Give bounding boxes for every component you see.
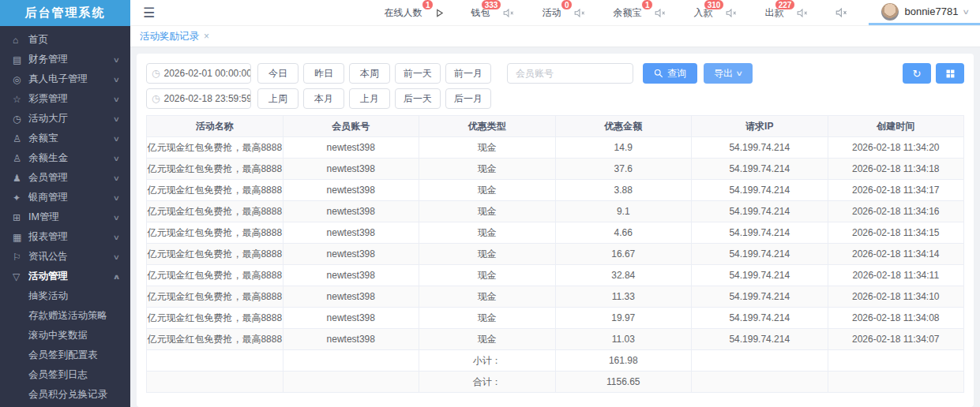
table-cell: 亿元现金红包免费抢，最高8888	[147, 329, 283, 350]
table-cell: 54.199.74.214	[692, 137, 828, 159]
avatar	[881, 3, 899, 21]
chevron-down-icon: ∨	[113, 76, 120, 84]
sidebar-item-lottery-mgmt[interactable]: ☆彩票管理∨	[0, 89, 130, 109]
menu-toggle-icon[interactable]: ☰	[138, 5, 160, 21]
stat-online-count[interactable]: 在线人数1	[384, 6, 444, 20]
app-root: 后台管理系统 ⌂首页▤财务管理∨◎真人电子管理∨☆彩票管理∨◷活动大厅∨♙余额宝…	[0, 0, 980, 407]
quick-range-button[interactable]: 今日	[257, 63, 299, 84]
table-row: 亿元现金红包免费抢，最高8888newtest398现金3.8854.199.7…	[147, 180, 964, 201]
quick-range-button[interactable]: 后一天	[395, 88, 441, 109]
table-cell: 亿元现金红包免费抢，最高8888	[147, 222, 283, 244]
mute-icon[interactable]	[503, 8, 515, 18]
sidebar-item-member-points-exchange[interactable]: 会员积分兑换记录	[0, 385, 130, 405]
tabbar: 活动奖励记录 ×	[130, 26, 980, 47]
sidebar-item-report-mgmt[interactable]: ▦报表管理∨	[0, 227, 130, 247]
stat-withdrawal[interactable]: 出款227	[764, 6, 809, 20]
global-mute-icon[interactable]	[835, 7, 848, 18]
sidebar-item-member-mgmt[interactable]: ♟会员管理∨	[0, 168, 130, 188]
quick-range-button[interactable]: 昨日	[303, 63, 344, 84]
sidebar-item-yue-shengjin[interactable]: ♙余额生金∨	[0, 148, 130, 168]
table-cell: newtest398	[283, 222, 419, 244]
table-cell: 小计：	[419, 350, 556, 372]
quick-range-button[interactable]: 上月	[349, 88, 390, 109]
sidebar-item-label: 会员管理	[28, 171, 114, 185]
stat-deposit[interactable]: 入款310	[693, 6, 738, 20]
table-cell: 54.199.74.214	[692, 265, 828, 286]
sidebar-item-label: IM管理	[28, 211, 114, 224]
sidebar-item-activity-hall[interactable]: ◷活动大厅∨	[0, 109, 130, 129]
table-cell: 54.199.74.214	[692, 329, 828, 350]
table-row: 亿元现金红包免费抢，最高8888newtest398现金37.654.199.7…	[147, 159, 964, 180]
home-icon: ⌂	[13, 35, 28, 46]
sidebar-item-label: 银商管理	[28, 191, 114, 204]
quick-range-button[interactable]: 前一月	[445, 63, 491, 84]
sidebar-item-member-signin-config[interactable]: 会员签到配置表	[0, 345, 130, 365]
quick-range-button[interactable]: 前一天	[395, 63, 441, 84]
search-button[interactable]: 查询	[643, 63, 697, 84]
table-row: 亿元现金红包免费抢，最高8888newtest398现金32.8454.199.…	[147, 265, 964, 286]
sidebar-item-lottery-activity[interactable]: 抽奖活动	[0, 286, 130, 306]
mute-icon[interactable]	[574, 8, 586, 18]
table-tools: ↻	[903, 63, 964, 84]
send-icon: ▽	[13, 271, 28, 282]
table-cell: 现金	[419, 308, 556, 329]
tab-close-icon[interactable]: ×	[204, 31, 209, 42]
mute-icon[interactable]	[655, 8, 666, 18]
chevron-down-icon: ∨	[735, 69, 743, 77]
quick-range-button[interactable]: 上周	[257, 88, 299, 109]
table-cell: 亿元现金红包免费抢，最高8888	[147, 159, 283, 180]
table-cell: newtest398	[283, 159, 419, 180]
table-cell: 2026-02-18 11:34:10	[828, 286, 964, 308]
stat-activity[interactable]: 活动0	[542, 6, 586, 20]
chevron-down-icon: ∨	[113, 95, 120, 103]
tab-label: 活动奖励记录	[140, 30, 199, 43]
chevron-down-icon: ∨	[113, 174, 120, 182]
quick-range-button[interactable]: 本周	[349, 63, 390, 84]
sidebar-item-im-mgmt[interactable]: ⊞IM管理∨	[0, 207, 130, 227]
sidebar-item-news-announcement[interactable]: ⚐资讯公告∨	[0, 247, 130, 267]
sidebar-nav: ⌂首页▤财务管理∨◎真人电子管理∨☆彩票管理∨◷活动大厅∨♙余额宝∨♙余额生金∨…	[0, 26, 130, 407]
sidebar-item-finance-mgmt[interactable]: ▤财务管理∨	[0, 50, 130, 69]
table-cell: 11.03	[555, 329, 692, 350]
end-date-input[interactable]: ◷ 2026-02-18 23:59:59	[146, 88, 251, 109]
mute-icon[interactable]	[797, 8, 809, 18]
stat-yuebao[interactable]: 余额宝1	[613, 6, 666, 20]
refresh-button[interactable]: ↻	[903, 63, 931, 84]
sidebar-item-yuebao[interactable]: ♙余额宝∨	[0, 129, 130, 148]
stat-wallet[interactable]: 钱包333	[471, 6, 515, 20]
start-date-input[interactable]: ◷ 2026-02-01 00:00:00	[146, 63, 251, 84]
table-cell: 合计：	[419, 372, 556, 393]
table-cell: 2026-02-18 11:34:17	[828, 180, 964, 201]
sidebar-item-live-casino-mgmt[interactable]: ◎真人电子管理∨	[0, 69, 130, 89]
total-row: 合计：1156.65	[147, 372, 964, 393]
table-cell	[147, 372, 283, 393]
table-row: 亿元现金红包免费抢，最高8888newtest398现金14.954.199.7…	[147, 137, 964, 159]
sidebar-item-label: 财务管理	[28, 53, 114, 66]
search-icon	[654, 69, 663, 78]
table-cell: 161.98	[555, 350, 692, 372]
sidebar-item-merchant-mgmt[interactable]: ✦银商管理∨	[0, 188, 130, 207]
sidebar-item-home[interactable]: ⌂首页	[0, 30, 130, 50]
table-cell: 9.1	[555, 201, 692, 222]
play-icon[interactable]	[435, 9, 444, 17]
member-account-input[interactable]	[507, 63, 633, 84]
user-menu[interactable]: bonnie7781 ∨	[869, 0, 980, 25]
table-cell: 54.199.74.214	[692, 244, 828, 265]
quick-range-button[interactable]: 本月	[303, 88, 344, 109]
table-cell	[828, 350, 964, 372]
quick-range-button[interactable]: 后一月	[445, 88, 491, 109]
sidebar-item-deposit-gift-strategy[interactable]: 存款赠送活动策略	[0, 306, 130, 326]
sidebar-item-rolling-win-data[interactable]: 滚动中奖数据	[0, 326, 130, 345]
tab-activity-reward-record[interactable]: 活动奖励记录 ×	[140, 30, 209, 43]
table-cell	[283, 350, 419, 372]
table-cell: 1156.65	[555, 372, 692, 393]
mute-icon[interactable]	[726, 8, 738, 18]
stat-label: 在线人数1	[384, 6, 422, 20]
sidebar-item-activity-mgmt[interactable]: ▽活动管理∧	[0, 267, 130, 286]
table-body: 亿元现金红包免费抢，最高8888newtest398现金14.954.199.7…	[147, 137, 964, 393]
column-settings-button[interactable]	[936, 63, 964, 84]
table-row: 亿元现金红包免费抢，最高8888newtest398现金4.6654.199.7…	[147, 222, 964, 244]
export-button[interactable]: 导出 ∨	[704, 63, 753, 84]
count-badge: 0	[561, 0, 573, 10]
sidebar-item-member-signin-log[interactable]: 会员签到日志	[0, 365, 130, 385]
